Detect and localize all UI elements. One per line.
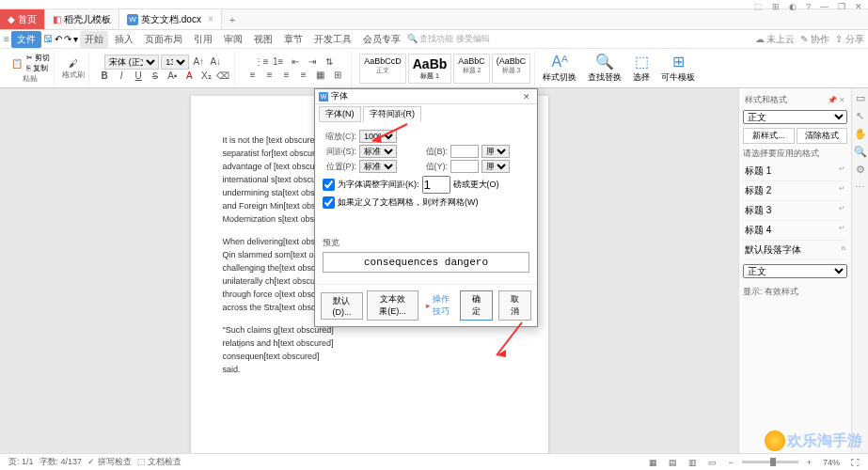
menu-section[interactable]: 章节 [279, 31, 308, 48]
menu-review[interactable]: 审阅 [219, 31, 247, 48]
win-btn-min[interactable]: — [818, 1, 830, 12]
strike-icon[interactable]: S̶ [148, 70, 163, 83]
show-filter[interactable]: 显示: 有效样式 [743, 286, 847, 298]
fullscreen-icon[interactable]: ⛶ [848, 458, 862, 467]
align-center-icon[interactable]: ≡ [262, 69, 277, 82]
borders-icon[interactable]: ⊞ [330, 69, 345, 82]
tab-add[interactable]: + [222, 14, 243, 25]
menu-layout[interactable]: 页面布局 [140, 31, 187, 48]
status-doc-check[interactable]: ⬚ 文档检查 [134, 456, 185, 468]
side-gear-icon[interactable]: ⚙ [856, 164, 865, 176]
spacing-value-input[interactable] [450, 145, 479, 158]
cowork-template-btn[interactable]: ⊞可牛模板 [657, 53, 699, 84]
status-spell[interactable]: ✓ 拼写检查 [85, 456, 134, 468]
kerning-checkbox[interactable] [323, 179, 335, 191]
dialog-close-icon[interactable]: ✕ [520, 92, 533, 102]
bullets-icon[interactable]: ⋮≡ [254, 55, 269, 69]
view-read-icon[interactable]: ▭ [705, 458, 719, 467]
menu-member[interactable]: 会员专享 [358, 31, 405, 48]
win-btn-1[interactable]: ⬚ [752, 1, 765, 12]
status-words[interactable]: 字数: 4/137 [37, 456, 86, 468]
view-web-icon[interactable]: ▤ [666, 458, 680, 467]
menu-view[interactable]: 视图 [249, 31, 277, 48]
font-color-icon[interactable]: A [181, 70, 197, 83]
menu-start[interactable]: 开始 [80, 31, 108, 48]
style-h2[interactable]: AaBbC标题 2 [453, 54, 490, 84]
tab-home[interactable]: ◆ 首页 [0, 9, 45, 29]
menu-references[interactable]: 引用 [189, 31, 217, 48]
subscript-icon[interactable]: X₂ [198, 70, 213, 83]
paste-icon[interactable]: 📋 [9, 56, 24, 70]
spacing-unit-select[interactable]: 厘米 [481, 145, 510, 158]
find-replace-btn[interactable]: 🔍查找替换 [584, 53, 625, 84]
indent-dec-icon[interactable]: ⇤ [288, 55, 303, 69]
body-style-select[interactable]: 正文 [743, 264, 847, 278]
bold-icon[interactable]: B [97, 70, 112, 83]
toolbar-more-icon[interactable]: ▾ [73, 34, 78, 44]
style-switch-btn[interactable]: Aᴬ样式切换 [539, 53, 580, 84]
view-print-icon[interactable]: ▦ [646, 458, 660, 467]
style-row-h3[interactable]: 标题 3↵ [743, 201, 847, 221]
copy-btn[interactable]: ⎘ 复制 [26, 63, 50, 73]
default-button[interactable]: 默认(D)... [321, 292, 363, 320]
position-select[interactable]: 标准 [359, 160, 397, 173]
size-select[interactable]: 13.5 [161, 55, 189, 70]
zoom-slider[interactable] [742, 461, 798, 463]
style-row-h4[interactable]: 标题 4↵ [743, 221, 847, 241]
app-menu-icon[interactable]: ≡ [4, 34, 9, 44]
tab-document[interactable]: W 英文文档.docx × [119, 9, 222, 29]
select-btn[interactable]: ⬚选择 [629, 53, 654, 84]
style-row-h2[interactable]: 标题 2↵ [743, 181, 847, 201]
win-btn-2[interactable]: ⊞ [770, 1, 781, 12]
shrink-font-icon[interactable]: A↓ [208, 55, 223, 69]
menu-insert[interactable]: 插入 [110, 31, 138, 48]
toolbar-redo-icon[interactable]: ↷ [64, 34, 71, 44]
tab-template[interactable]: ◧ 稻壳儿模板 [45, 9, 119, 29]
toolbar-undo-icon[interactable]: ↶ [55, 34, 62, 44]
underline-icon[interactable]: U [131, 70, 146, 83]
font-select[interactable]: 宋体 (正文) [104, 55, 159, 70]
style-h3[interactable]: (AaBbC标题 3 [492, 54, 531, 84]
text-effect-button[interactable]: 文本效果(E)... [367, 290, 418, 321]
style-row-default-para[interactable]: 默认段落字体a [743, 241, 847, 260]
side-more-icon[interactable]: ⋯ [855, 181, 865, 194]
win-btn-max[interactable]: ❐ [836, 1, 847, 12]
zoom-out-icon[interactable]: − [725, 458, 735, 467]
tab-close-icon[interactable]: × [208, 14, 213, 24]
side-hand-icon[interactable]: ✋ [854, 128, 867, 140]
win-btn-close[interactable]: ✕ [853, 1, 864, 12]
align-right-icon[interactable]: ≡ [279, 69, 294, 82]
position-value-input[interactable] [450, 160, 479, 173]
status-page[interactable]: 页: 1/1 [6, 456, 37, 468]
search-box[interactable]: 🔍 查找功能 接受编辑 [407, 33, 490, 45]
view-outline-icon[interactable]: ▥ [686, 458, 700, 467]
format-painter-icon[interactable]: 🖌 [66, 56, 81, 70]
style-h1[interactable]: AaBb标题 1 [408, 54, 452, 84]
align-justify-icon[interactable]: ≡ [296, 69, 311, 82]
highlight-icon[interactable]: A▪ [165, 70, 180, 83]
scale-select[interactable]: 100% [359, 130, 397, 143]
style-body[interactable]: AaBbCcD正文 [359, 54, 406, 84]
win-btn-3[interactable]: ◐ [787, 1, 798, 12]
file-menu[interactable]: 文件 [11, 31, 41, 48]
side-cursor-icon[interactable]: ↖ [856, 110, 864, 122]
position-unit-select[interactable]: 厘米 [481, 160, 510, 173]
indent-inc-icon[interactable]: ⇥ [305, 55, 320, 69]
kerning-value-input[interactable] [422, 176, 450, 194]
cloud-status[interactable]: ☁ 未上云 [755, 33, 796, 46]
win-btn-4[interactable]: ? [804, 1, 813, 12]
shading-icon[interactable]: ▦ [313, 69, 328, 82]
dialog-tab-spacing[interactable]: 字符间距(R) [363, 106, 422, 122]
pane-pin-icon[interactable]: 📌 [828, 96, 837, 104]
cowork-link[interactable]: ✎ 协作 [800, 33, 829, 46]
zoom-in-icon[interactable]: + [804, 458, 814, 467]
toolbar-save-icon[interactable]: 🖫 [43, 34, 53, 44]
align-left-icon[interactable]: ≡ [245, 69, 260, 82]
zoom-value[interactable]: 74% [820, 458, 843, 467]
line-spacing-icon[interactable]: ⇅ [322, 55, 337, 69]
new-style-btn[interactable]: 新样式... [743, 128, 795, 144]
spacing-select[interactable]: 标准 [359, 145, 397, 158]
side-select-icon[interactable]: ▭ [856, 92, 865, 104]
menu-devtools[interactable]: 开发工具 [309, 31, 356, 48]
italic-icon[interactable]: I [114, 70, 129, 83]
